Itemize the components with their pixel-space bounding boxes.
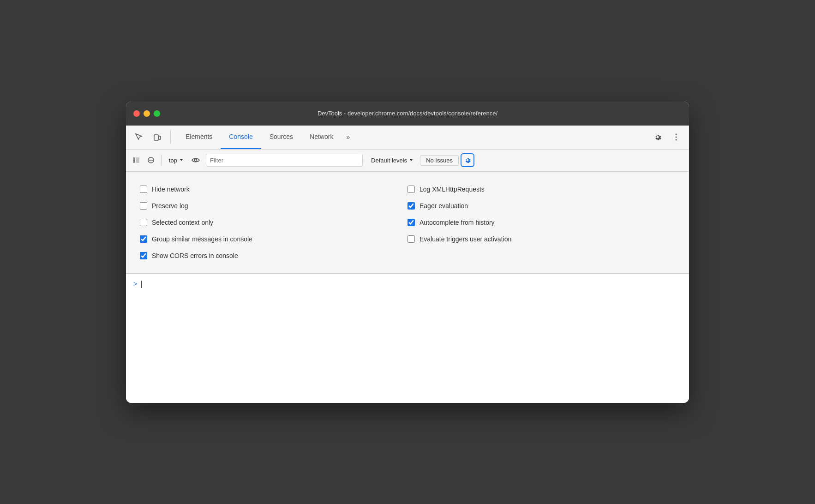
checkbox-log-xmlhttp[interactable]: [408, 186, 415, 193]
eye-icon-button[interactable]: [189, 154, 202, 167]
checkbox-evaluate-triggers[interactable]: [408, 235, 415, 243]
toolbar-right: [649, 129, 684, 145]
label-group-similar: Group similar messages in console: [152, 235, 252, 243]
label-preserve-log: Preserve log: [152, 202, 188, 210]
svg-point-4: [676, 139, 677, 141]
checkbox-row: Selected context only: [140, 214, 408, 231]
tab-network[interactable]: Network: [301, 126, 342, 149]
levels-chevron-icon: [409, 158, 413, 162]
svg-point-3: [676, 137, 677, 138]
minimize-button[interactable]: [144, 110, 150, 117]
checkbox-group-similar[interactable]: [140, 235, 147, 243]
checkbox-row: Log XMLHttpRequests: [408, 181, 675, 198]
label-eager-eval: Eager evaluation: [419, 202, 468, 210]
svg-rect-6: [136, 157, 139, 163]
inspect-element-button[interactable]: [131, 129, 147, 145]
checkbox-row: Preserve log: [140, 198, 408, 214]
settings-left-column: Hide networkPreserve logSelected context…: [140, 181, 408, 264]
checkbox-row: Hide network: [140, 181, 408, 198]
context-selector-button[interactable]: top: [165, 156, 187, 165]
settings-grid: Hide networkPreserve logSelected context…: [140, 181, 675, 264]
settings-right-column: Log XMLHttpRequestsEager evaluationAutoc…: [408, 181, 675, 264]
checkbox-row: Group similar messages in console: [140, 231, 408, 247]
checkbox-autocomplete-history[interactable]: [408, 219, 415, 226]
checkbox-row: Show CORS errors in console: [140, 247, 408, 264]
levels-label: Default levels: [371, 157, 407, 164]
no-issues-button[interactable]: No Issues: [420, 155, 459, 166]
traffic-lights: [133, 110, 160, 117]
tab-list: Elements Console Sources Network »: [177, 126, 647, 149]
svg-point-9: [195, 159, 197, 162]
label-hide-network: Hide network: [152, 186, 190, 193]
console-prompt-symbol: >: [133, 281, 137, 288]
levels-dropdown-button[interactable]: Default levels: [366, 156, 418, 165]
main-toolbar: Elements Console Sources Network »: [126, 126, 689, 150]
label-show-cors: Show CORS errors in console: [152, 252, 238, 259]
console-divider-1: [161, 155, 162, 166]
window-title: DevTools - developer.chrome.com/docs/dev…: [318, 110, 497, 117]
checkbox-row: Eager evaluation: [408, 198, 675, 214]
svg-point-2: [676, 134, 677, 135]
console-area: >: [126, 274, 689, 403]
console-toolbar: top Default levels No Issues: [126, 150, 689, 172]
label-selected-context: Selected context only: [152, 219, 213, 226]
chevron-down-icon: [179, 158, 184, 162]
settings-panel: Hide networkPreserve logSelected context…: [126, 172, 689, 274]
more-options-button[interactable]: [668, 129, 684, 145]
tab-elements[interactable]: Elements: [177, 126, 221, 149]
label-autocomplete-history: Autocomplete from history: [419, 219, 495, 226]
sidebar-toggle-button[interactable]: [130, 154, 143, 167]
tab-sources[interactable]: Sources: [261, 126, 301, 149]
checkbox-selected-context[interactable]: [140, 219, 147, 226]
devtools-window: DevTools - developer.chrome.com/docs/dev…: [126, 102, 689, 403]
title-bar: DevTools - developer.chrome.com/docs/dev…: [126, 102, 689, 126]
devtools-settings-button[interactable]: [649, 129, 666, 145]
checkbox-eager-eval[interactable]: [408, 202, 415, 210]
checkbox-hide-network[interactable]: [140, 186, 147, 193]
close-button[interactable]: [133, 110, 140, 117]
checkbox-row: Autocomplete from history: [408, 214, 675, 231]
svg-rect-1: [159, 136, 161, 139]
label-log-xmlhttp: Log XMLHttpRequests: [419, 186, 485, 193]
more-tabs-button[interactable]: »: [342, 126, 354, 149]
maximize-button[interactable]: [154, 110, 160, 117]
console-cursor: [141, 281, 142, 288]
clear-console-button[interactable]: [144, 154, 157, 167]
checkbox-show-cors[interactable]: [140, 252, 147, 259]
checkbox-row: Evaluate triggers user activation: [408, 231, 675, 247]
filter-input[interactable]: [206, 154, 363, 167]
toolbar-divider-1: [170, 131, 171, 144]
tab-console[interactable]: Console: [221, 126, 261, 149]
device-toolbar-button[interactable]: [149, 129, 166, 145]
label-evaluate-triggers: Evaluate triggers user activation: [419, 235, 511, 243]
console-settings-button[interactable]: [461, 153, 474, 167]
svg-rect-0: [154, 135, 158, 140]
checkbox-preserve-log[interactable]: [140, 202, 147, 210]
context-label: top: [169, 157, 177, 164]
